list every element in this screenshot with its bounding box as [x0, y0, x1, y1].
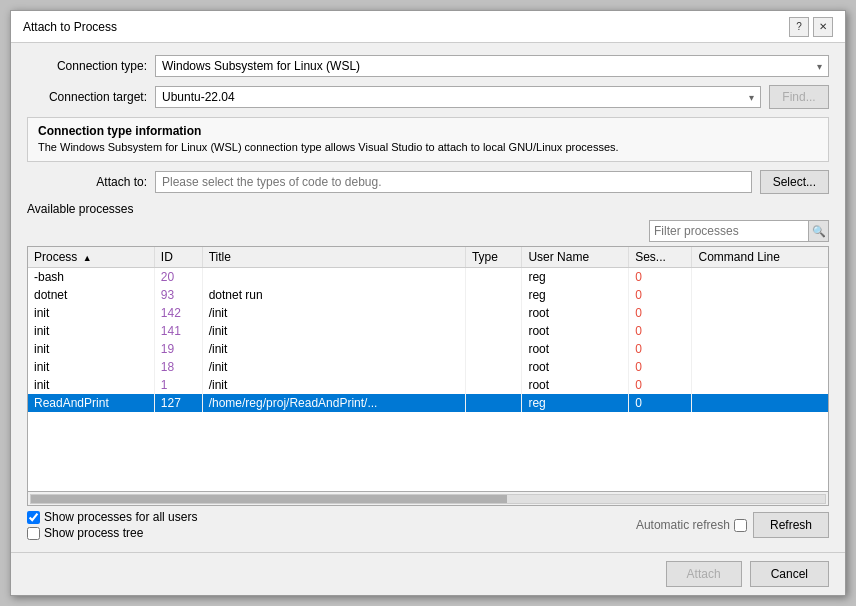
find-button[interactable]: Find... [769, 85, 829, 109]
table-row[interactable]: init19/initroot0 [28, 340, 828, 358]
connection-target-arrow-icon: ▾ [749, 92, 754, 103]
col-id[interactable]: ID [154, 247, 202, 268]
col-type[interactable]: Type [465, 247, 522, 268]
search-icon: 🔍 [812, 225, 826, 238]
title-bar: Attach to Process ? ✕ [11, 11, 845, 43]
dialog-footer: Attach Cancel [11, 552, 845, 595]
refresh-section: Automatic refresh Refresh [636, 512, 829, 538]
attach-to-input[interactable] [155, 171, 752, 193]
connection-type-dropdown[interactable]: Windows Subsystem for Linux (WSL) ▾ [155, 55, 829, 77]
connection-target-dropdown[interactable]: Ubuntu-22.04 ▾ [155, 86, 761, 108]
dialog-content: Connection type: Windows Subsystem for L… [11, 43, 845, 552]
show-process-tree-label: Show process tree [27, 526, 197, 540]
info-box-text: The Windows Subsystem for Linux (WSL) co… [38, 140, 818, 155]
checkbox-options: Show processes for all users Show proces… [27, 510, 197, 540]
col-process[interactable]: Process ▲ [28, 247, 154, 268]
show-all-users-label: Show processes for all users [27, 510, 197, 524]
attach-button[interactable]: Attach [666, 561, 742, 587]
col-cmdline[interactable]: Command Line [692, 247, 828, 268]
horizontal-scrollbar[interactable] [27, 492, 829, 506]
attach-to-process-dialog: Attach to Process ? ✕ Connection type: W… [10, 10, 846, 596]
process-table-body: -bash20reg0dotnet93dotnet runreg0init142… [28, 268, 828, 413]
connection-target-label: Connection target: [27, 90, 147, 104]
auto-refresh-label: Automatic refresh [636, 518, 747, 532]
dialog-title: Attach to Process [23, 20, 117, 34]
dropdown-arrow-icon: ▾ [817, 61, 822, 72]
show-all-users-text: Show processes for all users [44, 510, 197, 524]
available-processes-section: Available processes 🔍 Process [27, 202, 829, 540]
show-process-tree-checkbox[interactable] [27, 527, 40, 540]
connection-target-row: Connection target: Ubuntu-22.04 ▾ Find..… [27, 85, 829, 109]
col-username[interactable]: User Name [522, 247, 629, 268]
filter-input[interactable] [650, 222, 808, 240]
show-process-tree-text: Show process tree [44, 526, 143, 540]
col-process-label: Process [34, 250, 77, 264]
connection-target-value: Ubuntu-22.04 [162, 90, 235, 104]
title-bar-controls: ? ✕ [789, 17, 833, 37]
auto-refresh-checkbox[interactable] [734, 519, 747, 532]
scrollbar-thumb[interactable] [31, 495, 507, 503]
col-session[interactable]: Ses... [629, 247, 692, 268]
filter-search-button[interactable]: 🔍 [808, 221, 828, 241]
attach-to-label: Attach to: [27, 175, 147, 189]
close-button[interactable]: ✕ [813, 17, 833, 37]
cancel-button[interactable]: Cancel [750, 561, 829, 587]
connection-type-label: Connection type: [27, 59, 147, 73]
table-header: Process ▲ ID Title Type User Name Ses...… [28, 247, 828, 268]
bottom-options: Show processes for all users Show proces… [27, 510, 829, 540]
process-table-wrap[interactable]: Process ▲ ID Title Type User Name Ses...… [27, 246, 829, 492]
attach-to-row: Attach to: Select... [27, 170, 829, 194]
table-row[interactable]: init141/initroot0 [28, 322, 828, 340]
process-table: Process ▲ ID Title Type User Name Ses...… [28, 247, 828, 412]
available-processes-title: Available processes [27, 202, 829, 216]
filter-input-wrap: 🔍 [649, 220, 829, 242]
sort-arrow-icon: ▲ [83, 253, 92, 263]
info-box-title: Connection type information [38, 124, 818, 138]
scrollbar-track[interactable] [30, 494, 826, 504]
table-row[interactable]: init18/initroot0 [28, 358, 828, 376]
refresh-button[interactable]: Refresh [753, 512, 829, 538]
table-row[interactable]: ReadAndPrint127/home/reg/proj/ReadAndPri… [28, 394, 828, 412]
connection-type-row: Connection type: Windows Subsystem for L… [27, 55, 829, 77]
table-row[interactable]: dotnet93dotnet runreg0 [28, 286, 828, 304]
table-row[interactable]: init1/initroot0 [28, 376, 828, 394]
col-title[interactable]: Title [202, 247, 465, 268]
table-row[interactable]: -bash20reg0 [28, 268, 828, 287]
filter-row: 🔍 [27, 220, 829, 242]
connection-type-value: Windows Subsystem for Linux (WSL) [162, 59, 360, 73]
help-button[interactable]: ? [789, 17, 809, 37]
info-box: Connection type information The Windows … [27, 117, 829, 162]
auto-refresh-text: Automatic refresh [636, 518, 730, 532]
table-row[interactable]: init142/initroot0 [28, 304, 828, 322]
show-all-users-checkbox[interactable] [27, 511, 40, 524]
select-button[interactable]: Select... [760, 170, 829, 194]
